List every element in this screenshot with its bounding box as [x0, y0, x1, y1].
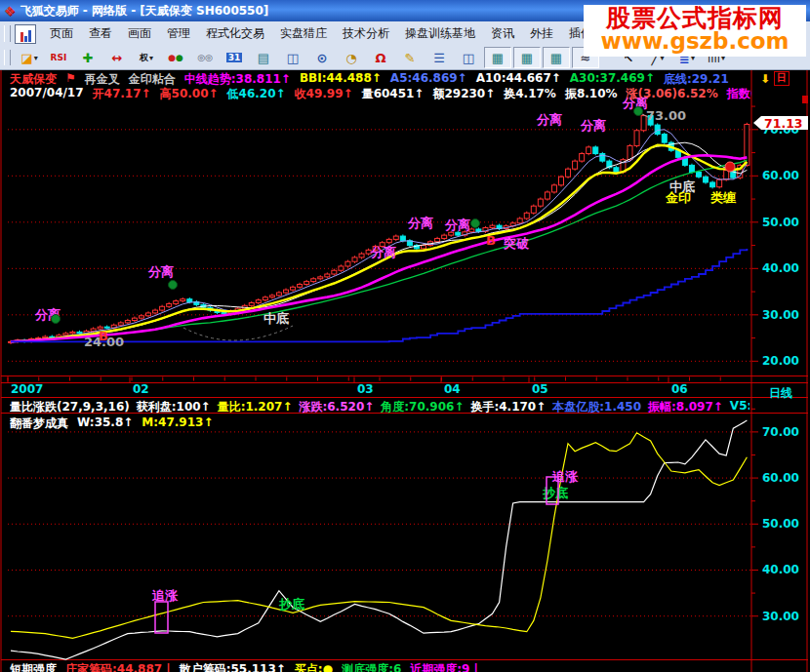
app-window: { "window": {"title": "飞狐交易师 - 网络版 - [天威… — [0, 0, 810, 672]
alarm-bell-icon[interactable]: Ω — [367, 47, 394, 68]
svg-text:抄底: 抄底 — [542, 486, 568, 500]
watermark-overlay: 股票公式指标网 www.gszb.com — [584, 5, 806, 57]
toolbar-grip[interactable] — [4, 50, 11, 66]
brush-icon[interactable]: ✎ — [396, 47, 424, 68]
svg-text:06: 06 — [671, 382, 688, 396]
quote-list-icon[interactable]: ☰ — [425, 47, 453, 68]
menu-item-管理[interactable]: 管理 — [159, 22, 198, 45]
svg-text:70.00: 70.00 — [762, 425, 799, 439]
watermark-url: www.gszb.com — [584, 30, 806, 53]
menu-item-技术分析[interactable]: 技术分析 — [335, 22, 397, 45]
svg-text:B: B — [99, 329, 108, 343]
svg-text:60.00: 60.00 — [762, 169, 799, 182]
rsi-indicator-icon[interactable]: RSI — [45, 47, 72, 68]
indicator-segment: 量比涨跌(27,9,3,16) — [10, 399, 130, 415]
chart-thumb-2-icon[interactable]: ▦ — [513, 47, 541, 68]
svg-text:抄底: 抄底 — [278, 597, 304, 612]
indicator-segment: V5:100126.602↑ — [730, 399, 749, 415]
menu-item-画面[interactable]: 画面 — [120, 22, 159, 45]
indicator-segment: W:35.8↑ — [77, 415, 133, 432]
indicator-segment: 角度:70.906↑ — [381, 399, 464, 415]
svg-text:50.00: 50.00 — [762, 517, 799, 531]
indicator-segment: 开47.17↑ — [93, 86, 151, 102]
indicator-segment: 涨(3.06)6.52% — [627, 86, 718, 102]
data-books-icon[interactable]: ▤ — [250, 47, 277, 68]
svg-text:中底: 中底 — [263, 311, 289, 326]
svg-text:05: 05 — [532, 382, 548, 396]
indicator-segment: 收49.99↑ — [295, 86, 353, 102]
ohlc-info-row: 2007/04/17开47.17↑高50.00↑低46.20↑收49.99↑量6… — [10, 86, 751, 102]
indicator-segment: 测底强度:6 — [342, 661, 401, 672]
period-label[interactable]: 日线 — [769, 385, 792, 402]
app-icon: ❖ — [4, 4, 16, 19]
svg-text:02: 02 — [133, 382, 149, 396]
svg-text:30.00: 30.00 — [762, 308, 799, 322]
svg-text:分离: 分离 — [147, 264, 174, 279]
svg-text:B: B — [486, 233, 496, 248]
svg-text:分离: 分离 — [444, 217, 470, 232]
indicator-segment: 庄家筹码:44.887 | — [65, 661, 171, 672]
stoplight-icon[interactable]: ●● — [162, 47, 189, 68]
chart-thumb-1-icon[interactable]: ▦ — [484, 47, 511, 68]
calendar-31-icon[interactable]: 31 — [221, 47, 248, 68]
indicator-segment: 近期强度:9 | — [410, 661, 478, 672]
svg-text:分离: 分离 — [370, 245, 396, 259]
magnifier-chart-icon[interactable]: ⊙ — [308, 47, 336, 68]
pane3-indicator-row: 翻番梦成真W:35.8↑M:47.913↑ — [10, 415, 693, 432]
watermark-title: 股票公式指标网 — [584, 6, 806, 30]
indicator-segment: 本盘亿股:1.450 — [552, 399, 641, 415]
indicator-segment: 涨跌:6.520↑ — [299, 399, 374, 415]
collapse-arrow-icon[interactable]: ⬇ — [760, 72, 770, 86]
menu-item-程式化交易[interactable]: 程式化交易 — [198, 22, 272, 45]
svg-text:60.00: 60.00 — [762, 471, 799, 485]
indicator-segment: 买点:● — [295, 661, 333, 672]
svg-text:类缠: 类缠 — [709, 190, 737, 205]
bottom-indicator-row: 短期强度庄家筹码:44.887 |散户筹码:55.113↑买点:●测底强度:6近… — [10, 661, 810, 672]
indicator-segment: 量60451↑ — [362, 86, 425, 102]
indicator-segment: 振幅:8.097↑ — [648, 399, 723, 415]
indicator-segment: 指数(15.43)0.43% — [727, 86, 751, 102]
svg-text:分离: 分离 — [536, 112, 562, 127]
svg-text:2007: 2007 — [11, 382, 43, 396]
svg-text:分离: 分离 — [407, 216, 433, 230]
indicator-segment: 额29230↑ — [432, 86, 495, 102]
menu-item-页面[interactable]: 页面 — [42, 22, 81, 45]
move-tool-icon[interactable]: ✚ — [74, 47, 101, 68]
svg-text:追涨: 追涨 — [151, 588, 179, 603]
window-title: 飞狐交易师 - 网络版 - [天威保变 SH600550] — [20, 3, 269, 20]
indicator-segment: 短期强度 — [10, 661, 57, 672]
svg-text:71.13: 71.13 — [764, 116, 803, 131]
menu-item-资讯[interactable]: 资讯 — [483, 22, 522, 45]
indicator-segment: M:47.913↑ — [142, 415, 213, 432]
binocular-icon[interactable]: ◎◎ — [191, 47, 219, 68]
period-day-button[interactable]: 日 — [774, 71, 790, 86]
open-page-icon[interactable]: ◪▾ — [16, 47, 43, 68]
stock-chart-canvas[interactable]: 20.0030.0040.0050.0060.0070.0030.0040.00… — [0, 69, 810, 672]
menu-item-查看[interactable]: 查看 — [81, 22, 120, 45]
indicator-segment: 量比:1.207↑ — [218, 399, 293, 415]
svg-text:突破: 突破 — [503, 236, 530, 251]
indicator-segment: 换4.17% — [504, 86, 556, 102]
rights-restore-icon[interactable]: 权▾ — [133, 47, 160, 68]
menubar-grip[interactable] — [4, 25, 11, 43]
svg-text:04: 04 — [444, 382, 461, 396]
indicator-segment: 低46.20↑ — [227, 86, 286, 102]
split-panes-icon[interactable]: ◫ — [455, 47, 482, 68]
indicator-segment: 2007/04/17 — [10, 86, 84, 102]
indicator-segment: 散户筹码:55.113↑ — [180, 661, 286, 672]
open-book-icon[interactable]: ◫ — [279, 47, 306, 68]
chart-mini-icon[interactable] — [15, 24, 36, 44]
svg-text:50.00: 50.00 — [762, 216, 799, 229]
h-scale-icon[interactable]: ↔ — [103, 47, 131, 68]
svg-text:73.00: 73.00 — [646, 108, 686, 123]
menu-item-操盘训练基地[interactable]: 操盘训练基地 — [397, 22, 483, 45]
indicator-segment: 振8.10% — [565, 86, 618, 102]
gauge-icon[interactable]: ◔ — [338, 47, 365, 68]
chart-thumb-3-icon[interactable]: ▦ — [543, 47, 570, 68]
chart-region[interactable]: 20.0030.0040.0050.0060.0070.0030.0040.00… — [0, 69, 810, 672]
svg-text:40.00: 40.00 — [762, 261, 799, 275]
svg-text:30.00: 30.00 — [762, 610, 799, 623]
menu-item-外挂[interactable]: 外挂 — [522, 22, 561, 45]
menu-item-实盘猎庄[interactable]: 实盘猎庄 — [272, 22, 335, 45]
indicator-segment: 换手:4.170↑ — [470, 399, 546, 415]
